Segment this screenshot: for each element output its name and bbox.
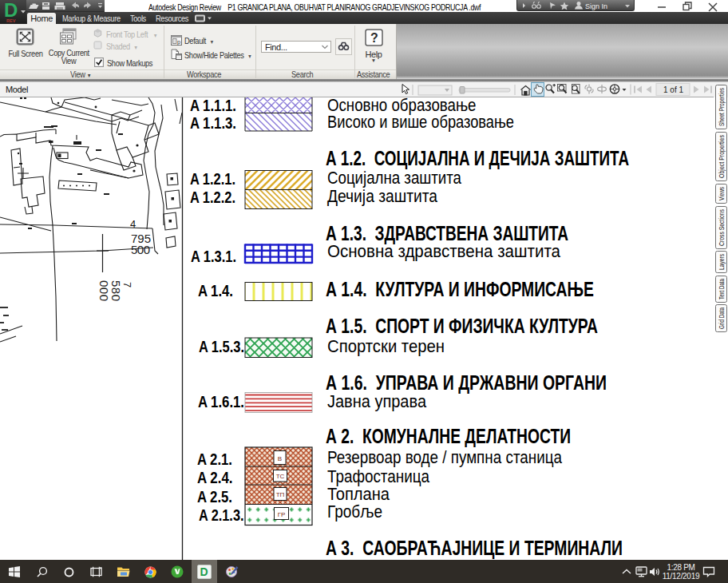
svg-text:А 1.4. КУЛТУРА И ИНФОРМИСАЊЕ: А 1.4. КУЛТУРА И ИНФОРМИСАЊЕ	[326, 278, 594, 300]
svg-text:A 2.1.3.: A 2.1.3.	[199, 506, 244, 524]
svg-text:000: 000	[97, 280, 111, 301]
svg-text:A 1.6.1.: A 1.6.1.	[198, 393, 244, 410]
svg-text:A 2.5.: A 2.5.	[197, 488, 232, 506]
svg-text:Views: Views	[718, 187, 726, 200]
svg-text:Object Properties: Object Properties	[718, 135, 726, 178]
svg-text:Sign In: Sign In	[585, 2, 607, 10]
svg-text:p: p	[177, 38, 180, 46]
svg-text:Високо и више образовање: Високо и више образовање	[327, 112, 514, 132]
svg-text:А 1.6. УПРАВА И ДРЖАВНИ ОРГАН: А 1.6. УПРАВА И ДРЖАВНИ ОРГАНИ	[326, 371, 607, 394]
svg-text:ТП: ТП	[276, 491, 285, 498]
svg-text:4: 4	[130, 218, 136, 230]
svg-text:A 1.5.3.: A 1.5.3.	[199, 338, 244, 355]
svg-text:Дечија заштита: Дечија заштита	[327, 186, 438, 206]
svg-text:Јавна управа: Јавна управа	[327, 391, 427, 411]
svg-text:A 1.1.1.: A 1.1.1.	[190, 97, 236, 114]
svg-text:REV: REV	[6, 18, 16, 23]
svg-text:Резервоар воде / пумпна станиц: Резервоар воде / пумпна станица	[327, 447, 563, 467]
svg-text:500: 500	[131, 243, 150, 256]
svg-text:A 1.2.1.: A 1.2.1.	[190, 170, 235, 188]
svg-text:A 1.2.2.: A 1.2.2.	[190, 188, 235, 206]
svg-text:?: ?	[370, 31, 378, 45]
svg-text:В: В	[278, 455, 282, 462]
svg-text:A 1.1.3.: A 1.1.3.	[190, 114, 236, 132]
svg-text:A 2.1.: A 2.1.	[197, 450, 232, 468]
svg-text:А 1.5. СПОРТ И ФИЗИЧКА КУЛТУР: А 1.5. СПОРТ И ФИЗИЧКА КУЛТУРА	[326, 315, 598, 337]
svg-text:ГР: ГР	[278, 511, 286, 518]
svg-text:Layers: Layers	[718, 254, 726, 270]
svg-text:Топлана: Топлана	[327, 484, 390, 504]
svg-text:Cross Sections: Cross Sections	[718, 209, 726, 246]
svg-text:1 of 1: 1 of 1	[663, 85, 683, 94]
svg-text:Спортски терен: Спортски терен	[327, 336, 445, 356]
svg-text:Grid Data: Grid Data	[718, 307, 726, 329]
svg-text:A 1.3.1.: A 1.3.1.	[191, 248, 236, 265]
svg-text:А 3. САОБРАЋАЈНИЦЕ И ТЕРМИНАЛ: А 3. САОБРАЋАЈНИЦЕ И ТЕРМИНАЛИ	[326, 537, 623, 559]
svg-text:A 2.4.: A 2.4.	[197, 469, 233, 486]
svg-text:А 2. КОМУНАЛНЕ ДЕЛАТНОСТИ: А 2. КОМУНАЛНЕ ДЕЛАТНОСТИ	[326, 425, 571, 447]
svg-text:Sheet Properties: Sheet Properties	[718, 88, 726, 126]
svg-text:Основна здравствена заштита: Основна здравствена заштита	[327, 241, 561, 261]
svg-text:Гробље: Гробље	[327, 502, 382, 522]
svg-text:Социјална заштита: Социјална заштита	[327, 168, 462, 188]
svg-text:A 1.4.: A 1.4.	[198, 282, 233, 299]
svg-text:ТС: ТС	[276, 473, 285, 480]
svg-text:D: D	[200, 565, 208, 578]
svg-text:А 1.2. СОЦИЈАЛНА И ДЕЧИЈА ЗАШ: А 1.2. СОЦИЈАЛНА И ДЕЧИЈА ЗАШТИТА	[326, 147, 629, 169]
svg-text:Text Data: Text Data	[718, 279, 726, 299]
